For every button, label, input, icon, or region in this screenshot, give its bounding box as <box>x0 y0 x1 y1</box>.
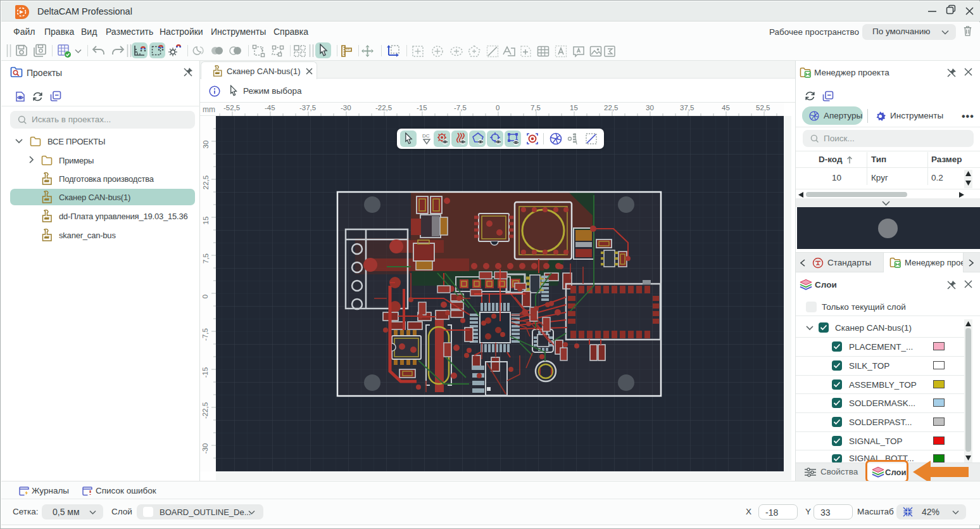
svg-text:DC: DC <box>422 133 430 139</box>
